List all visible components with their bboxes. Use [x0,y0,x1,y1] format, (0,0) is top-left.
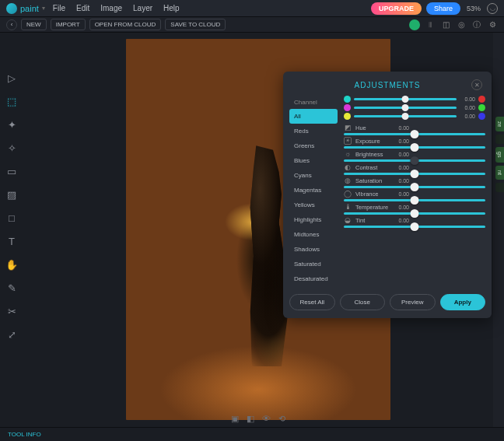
color-dot-left [344,96,351,103]
color-dot-right [478,113,485,120]
exposure-icon: ☀ [344,137,352,145]
color-dot-right [478,104,485,111]
adjustments-icon[interactable]: ◎ [456,19,467,30]
transform-tool[interactable]: ⤢ [5,328,18,341]
channel-shadows[interactable]: Shadows [289,242,338,257]
slider-track[interactable] [344,226,485,228]
color-balance-row-0: 0.00 [344,96,485,103]
preview-button[interactable]: Preview [390,294,436,310]
fit-icon[interactable]: ▣ [231,414,239,424]
upgrade-button[interactable]: UPGRADE [371,2,422,15]
close-icon[interactable]: ✕ [471,79,482,90]
channel-desaturated[interactable]: Desaturated [289,271,338,286]
slider-value: 0.00 [394,191,409,197]
new-button[interactable]: NEW [21,19,47,30]
menu-file[interactable]: File [53,4,65,12]
channel-yellows[interactable]: Yellows [289,198,338,212]
slider-track[interactable] [344,133,485,135]
color-slider[interactable] [354,115,457,117]
slider-saturation: ◍Saturation0.00 [344,177,485,188]
reset-all-button[interactable]: Reset All [289,294,335,310]
app-dropdown-caret[interactable]: ▾ [42,5,45,12]
contrast-icon: ◐ [344,163,352,171]
menu-edit[interactable]: Edit [76,4,89,12]
menu-layer[interactable]: Layer [133,4,152,12]
slider-brightness: ☼Brightness0.00 [344,150,485,162]
slider-label: Tint [355,217,390,224]
pointer-tool[interactable]: ▷ [5,72,18,84]
adjustments-panel: ADJUSTMENTS ✕ Channel AllRedsGreensBlues… [283,72,492,318]
slider-tint: ◒Tint0.00 [344,216,485,228]
reset-view-icon[interactable]: ⟲ [278,414,285,424]
status-indicator-icon[interactable] [409,19,420,30]
menu-help[interactable]: Help [163,4,180,12]
slider-value: 0.00 [394,138,409,144]
lasso-tool[interactable]: ✦ [5,118,18,131]
canvas-bottom-tools: ▣ ◧ 👁 ⟲ [231,414,285,424]
menu-image[interactable]: Image [100,4,122,12]
slider-track[interactable] [344,186,485,188]
undo-button[interactable]: ‹ [6,19,17,30]
slider-track[interactable] [344,212,485,215]
slider-track[interactable] [344,159,485,162]
edge-tab-2[interactable]: gs [495,147,504,162]
histogram-icon[interactable]: ⫴ [425,19,436,30]
slider-label: Vibrance [355,191,390,198]
edge-tab-4[interactable] [495,183,504,192]
slider-value: 0.00 [394,125,409,131]
eyedropper-tool[interactable]: ✎ [5,282,18,294]
tool-info-label[interactable]: TOOL INFO [8,431,41,438]
zoom-level[interactable]: 53% [467,5,481,12]
compare-icon[interactable]: ◧ [247,414,254,424]
save-to-cloud-button[interactable]: SAVE TO CLOUD [165,19,226,30]
channel-saturated[interactable]: Saturated [289,257,338,271]
edge-tab-1[interactable] [495,135,504,144]
shape-tool[interactable]: □ [5,212,18,224]
slider-value: 0.00 [394,205,409,210]
settings-icon[interactable]: ⚙ [487,19,498,30]
slider-track[interactable] [344,199,485,201]
slider-track[interactable] [344,173,485,175]
text-tool[interactable]: T [5,235,18,247]
channel-reds[interactable]: Reds [289,124,338,138]
channel-all[interactable]: All [289,109,338,124]
app-name[interactable]: paint [20,4,39,13]
info-icon[interactable]: ⓘ [471,19,482,30]
color-dot-right [478,96,485,103]
app-logo [6,3,17,14]
slider-value: 0.00 [394,152,409,157]
channel-magentas[interactable]: Magentas [289,183,338,198]
saturation-icon: ◍ [344,177,352,184]
temperature-icon: 🌡 [344,203,352,211]
brightness-icon: ☼ [344,150,352,158]
color-slider[interactable] [354,98,457,100]
wand-tool[interactable]: ✧ [5,142,18,154]
fill-tool[interactable]: ▨ [5,188,18,201]
color-value: 0.00 [460,96,475,102]
open-from-cloud-button[interactable]: OPEN FROM CLOUD [89,19,162,30]
close-button[interactable]: Close [340,294,386,310]
color-slider[interactable] [354,107,457,109]
edge-tab-3[interactable]: nt [495,166,504,180]
apply-button[interactable]: Apply [440,294,486,310]
slider-vibrance: ◯Vibrance0.00 [344,190,485,201]
layers-icon[interactable]: ◫ [440,19,451,30]
hand-tool[interactable]: ✋ [5,258,18,271]
slider-contrast: ◐Contrast0.00 [344,163,485,175]
share-button[interactable]: Share [426,2,460,15]
channel-blues[interactable]: Blues [289,153,338,168]
channel-highlights[interactable]: Highlights [289,212,338,227]
channel-cyans[interactable]: Cyans [289,168,338,183]
channel-greens[interactable]: Greens [289,138,338,153]
slider-track[interactable] [344,146,485,149]
brush-tool[interactable]: ▭ [5,165,18,177]
user-account-icon[interactable]: ◡ [487,3,498,14]
marquee-tool[interactable]: ⬚ [5,95,18,107]
panel-title: ADJUSTMENTS [355,81,421,89]
slider-label: Exposure [355,138,390,145]
preview-icon[interactable]: 👁 [262,414,271,424]
edge-tab-0[interactable]: ze [495,117,504,131]
crop-tool[interactable]: ✂ [5,305,18,317]
import-button[interactable]: IMPORT [51,19,86,30]
channel-midtones[interactable]: Midtones [289,227,338,242]
